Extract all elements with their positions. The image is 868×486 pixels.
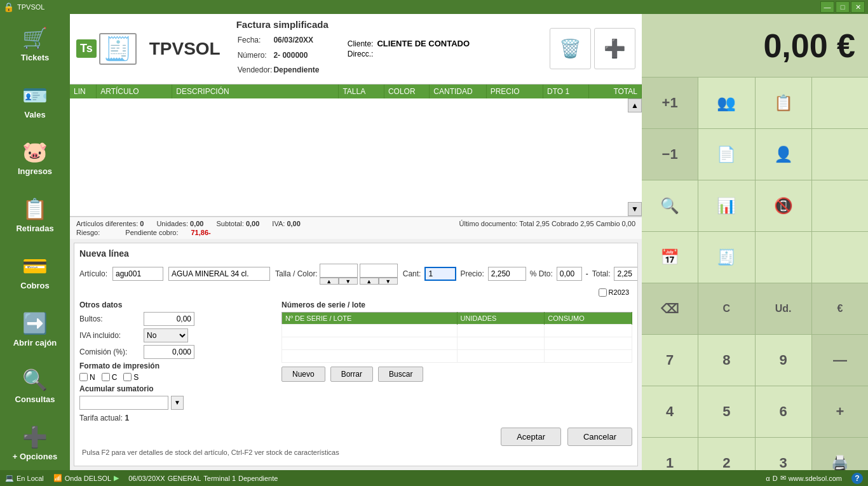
sidebar-item-ingresos[interactable]: 🐷 Ingresos [5, 132, 65, 186]
cliente-label: Cliente: [348, 39, 374, 48]
close-button[interactable]: ✕ [851, 1, 865, 13]
serie-lote-row-3 [282, 349, 632, 362]
num6-button[interactable]: 6 [756, 386, 811, 437]
receipt-button[interactable]: 🧾 [698, 232, 754, 283]
unidades-label: Unidades: 0,00 [156, 220, 203, 227]
euro-label: € [837, 303, 843, 314]
articulo-input[interactable] [112, 267, 163, 281]
talla-input[interactable] [320, 264, 358, 278]
col-total: TOTAL [588, 84, 642, 98]
serie-lote-title: Números de serie / lote [281, 300, 632, 309]
ud-button[interactable]: Ud. [756, 283, 811, 334]
buscar-button[interactable]: Buscar [378, 367, 423, 382]
acumular-dropdown-btn[interactable]: ▼ [171, 396, 184, 410]
minus1-button[interactable]: −1 [642, 129, 698, 180]
talla-down-btn[interactable]: ▼ [339, 278, 358, 285]
doc2-button[interactable]: 📄 [698, 129, 754, 180]
add-invoice-button[interactable]: ➕ [594, 28, 635, 69]
help-button[interactable]: ? [851, 473, 863, 484]
col-cantidad: CANTIDAD [430, 84, 486, 98]
retiradas-label: Retiradas [16, 224, 53, 233]
scroll-down-button[interactable]: ▼ [628, 202, 642, 216]
calendar-button[interactable]: 📅 [642, 232, 698, 283]
main-content: Ts 🧾 TPVSOL Factura simplificada Fecha: … [70, 14, 642, 470]
clear-button[interactable]: C [698, 283, 754, 334]
numero-label: Número: [238, 49, 273, 63]
borrar-button[interactable]: Borrar [330, 367, 373, 382]
comision-input[interactable] [144, 345, 194, 359]
ts-badge: Ts [76, 39, 97, 58]
sidebar-item-retiradas[interactable]: 📋 Retiradas [5, 188, 65, 242]
search-doc-button[interactable]: 🔍 [642, 180, 698, 231]
num6: 6 [780, 403, 787, 420]
no-doc-icon: 📵 [774, 197, 793, 215]
talla-up-btn[interactable]: ▲ [320, 278, 339, 285]
invoice-list-button[interactable]: 📋 [756, 78, 811, 128]
aceptar-button[interactable]: Aceptar [501, 428, 561, 446]
cancelar-button[interactable]: Cancelar [567, 428, 632, 446]
invoice-meta: Factura simplificada Fecha: 06/03/20XX N… [236, 19, 329, 79]
sidebar-item-tickets[interactable]: 🛒 Tickets [5, 17, 65, 71]
num5-button[interactable]: 5 [698, 386, 754, 437]
articulo-label: Artículo: [79, 269, 107, 278]
minus-button[interactable]: — [812, 335, 868, 386]
person2-button[interactable]: 👤 [756, 129, 811, 180]
dto-input[interactable] [557, 267, 582, 281]
amount-display: 0,00 € [642, 14, 868, 78]
status-d: D [773, 475, 778, 482]
total-input[interactable] [614, 267, 638, 281]
checkbox-n[interactable] [79, 373, 88, 381]
color-input[interactable] [360, 264, 398, 278]
iva-inc-row: IVA incluido: No Sí [79, 328, 276, 342]
color-up-btn[interactable]: ▲ [360, 278, 379, 285]
header-buttons: 🗑️ ➕ [550, 28, 635, 69]
precio-label: Precio: [460, 269, 484, 278]
no-doc-button[interactable]: 📵 [756, 180, 811, 231]
sidebar-item-cobros[interactable]: 💳 Cobros [5, 245, 65, 299]
checkbox-c[interactable] [102, 373, 110, 381]
sidebar-item-consultas[interactable]: 🔍 Consultas [5, 360, 65, 414]
person2-icon: 👤 [774, 145, 793, 163]
checkbox-s[interactable] [123, 373, 132, 381]
num7-button[interactable]: 7 [642, 335, 698, 386]
precio-input[interactable] [488, 267, 526, 281]
delete-invoice-icon: 🗑️ [559, 38, 581, 59]
r2023-checkbox-label: R2023 [599, 288, 629, 297]
plus1-button[interactable]: +1 [642, 78, 698, 128]
nuevo-button[interactable]: Nuevo [281, 367, 325, 382]
sidebar-item-abrir-cajon[interactable]: ➡️ Abrir cajón [5, 302, 65, 356]
fecha-value: 06/03/20XX [273, 34, 319, 48]
cant-input[interactable] [424, 267, 456, 281]
opciones-icon: ➕ [22, 425, 48, 449]
local-icon: 💻 [5, 474, 14, 482]
otros-datos-panel: Otros datos Bultos: IVA incluido: No Sí … [79, 300, 276, 410]
sidebar-item-vales[interactable]: 🪪 Vales [5, 74, 65, 128]
euro-button[interactable]: € [812, 283, 868, 334]
consultas-icon: 🔍 [22, 368, 48, 392]
status-terminal: Terminal 1 [203, 475, 236, 482]
logo-area: Ts 🧾 [76, 33, 137, 65]
num4-button[interactable]: 4 [642, 386, 698, 437]
iva-incluido-select[interactable]: No Sí [144, 328, 188, 342]
delete-invoice-button[interactable]: 🗑️ [550, 28, 591, 69]
num8-button[interactable]: 8 [698, 335, 754, 386]
backspace-button[interactable]: ⌫ [642, 283, 698, 334]
minimize-button[interactable]: — [820, 1, 834, 13]
grid-button[interactable]: 📊 [698, 180, 754, 231]
ingresos-label: Ingresos [18, 166, 52, 176]
color-down-btn[interactable]: ▼ [379, 278, 398, 285]
num9-button[interactable]: 9 [756, 335, 811, 386]
desc-input[interactable] [168, 267, 270, 281]
r2023-checkbox[interactable] [599, 288, 607, 297]
receipt-icon: 🧾 [99, 33, 137, 65]
maximize-button[interactable]: □ [836, 1, 850, 13]
acumular-input[interactable] [79, 396, 168, 410]
status-vendedor: Dependiente [238, 475, 278, 482]
plus-button[interactable]: + [812, 386, 868, 437]
articulo-row: Artículo: Talla / Color: ▲ ▼ ▲ ▼ [79, 264, 632, 285]
bultos-input[interactable] [144, 312, 194, 326]
scroll-up-button[interactable]: ▲ [628, 98, 642, 112]
abrir-cajon-icon: ➡️ [22, 311, 48, 335]
clients-button[interactable]: 👥 [698, 78, 754, 128]
sidebar-item-opciones[interactable]: ➕ + Opciones [5, 416, 65, 470]
